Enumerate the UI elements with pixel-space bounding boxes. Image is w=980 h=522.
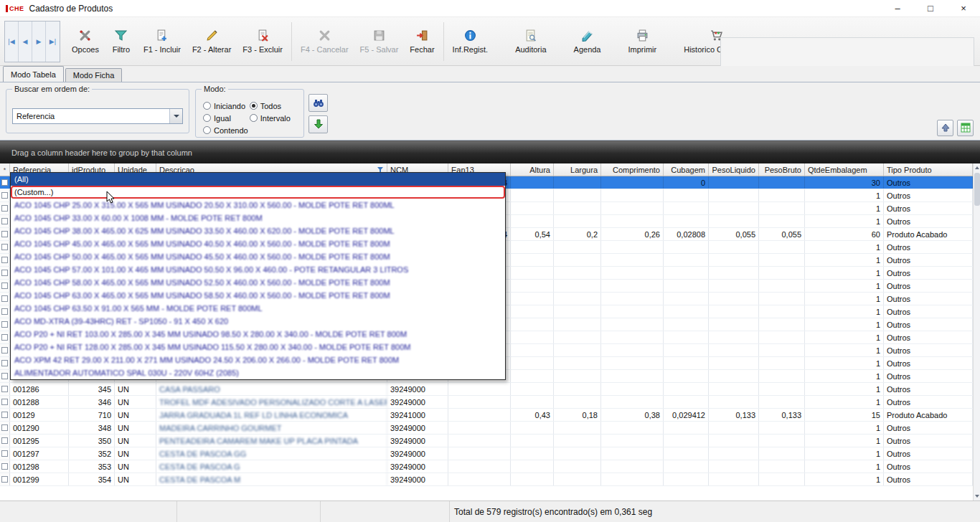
filter-value-item[interactable]: ACO 1045 CHP 38.00 X 465.00 X 625 MM USI… xyxy=(11,224,505,237)
column-header-altura[interactable]: Altura xyxy=(511,163,554,176)
toolbar-button-filtro[interactable]: Filtro xyxy=(105,21,138,62)
row-checkbox-icon[interactable] xyxy=(1,257,8,263)
table-row[interactable]: 001298353UNCESTA DE PASCOA G392490001Out… xyxy=(0,460,973,473)
toolbar-button-fechar[interactable]: Fechar xyxy=(404,21,440,62)
table-row[interactable]: 001297352UNCESTA DE PASCOA GG392490001Ou… xyxy=(0,447,973,460)
cell-cubagem xyxy=(664,473,709,485)
row-checkbox-icon[interactable] xyxy=(1,231,8,237)
cell-pesoliquido xyxy=(709,370,759,382)
row-checkbox-icon[interactable] xyxy=(1,463,8,470)
row-checkbox-icon[interactable] xyxy=(1,270,8,276)
row-checkbox-icon[interactable] xyxy=(1,218,8,224)
table-row[interactable]: 001299354UNCESTA DE PASCOA M392490001Out… xyxy=(0,473,973,486)
toolbar-button-f3-excluir[interactable]: F3 - Excluir xyxy=(237,21,288,62)
scroll-up-icon[interactable] xyxy=(974,163,980,172)
scrollbar-thumb[interactable] xyxy=(974,173,980,206)
table-row[interactable]: 001286345UNCASA PASSARO392490001Outros xyxy=(0,383,973,396)
row-checkbox-icon[interactable] xyxy=(1,386,8,392)
table-row[interactable]: 00129710UNJARRA GRADUADA 1L REF LD LINHA… xyxy=(0,409,973,422)
cell-tipo-produto: Outros xyxy=(884,267,973,279)
toolbar-button-label: Filtro xyxy=(113,45,130,54)
filter-value-item[interactable]: ACO MD-XTRA (39-43HRC) RET - SP1050 - 91… xyxy=(11,315,505,328)
row-checkbox-icon[interactable] xyxy=(1,476,8,483)
column-header-tipo-produto[interactable]: Tipo Produto xyxy=(884,163,973,176)
tab-modo-tabela[interactable]: Modo Tabela xyxy=(3,66,64,82)
row-checkbox-icon[interactable] xyxy=(1,437,8,444)
row-checkbox-icon[interactable] xyxy=(1,179,8,186)
filter-value-item[interactable]: ACO 1045 CHP 63.50 X 91.00 X 565 MM - MO… xyxy=(11,302,505,315)
radio-igual[interactable]: Igual xyxy=(203,112,248,124)
next-record-button[interactable]: ▶ xyxy=(32,22,46,62)
filter-value-item[interactable]: ACO 1045 CHP 25.00 X 315.00 X 565 MM USI… xyxy=(11,199,505,212)
go-down-button[interactable] xyxy=(308,115,328,133)
maximize-icon[interactable]: □ xyxy=(914,0,947,16)
filter-value-item[interactable]: ACO 1045 CHP 57.00 X 101.00 X 465 MM USI… xyxy=(11,263,505,276)
cell-pesobruto xyxy=(759,254,805,266)
row-checkbox-icon[interactable] xyxy=(1,399,8,405)
filter-value-item[interactable]: ACO P20 + NI RET 103.00 X 285.00 X 345 M… xyxy=(11,328,505,341)
previous-record-button[interactable]: ◀ xyxy=(19,22,32,62)
filter-value-item[interactable]: ACO 1045 CHP 58.00 X 465.00 X 565 MM USI… xyxy=(11,276,505,289)
vertical-scrollbar[interactable] xyxy=(973,163,980,500)
cell-comprimento xyxy=(601,344,664,356)
column-header-cubagem[interactable]: Cubagem xyxy=(664,163,709,176)
filter-value-item[interactable]: ACO 1045 CHP 50.00 X 465.00 X 565 MM USI… xyxy=(11,250,505,263)
row-checkbox-icon[interactable] xyxy=(1,373,8,379)
row-checkbox-icon[interactable] xyxy=(1,295,8,302)
column-header-pesoliquido[interactable]: PesoLiquido xyxy=(709,163,759,176)
column-header-pesobruto[interactable]: PesoBruto xyxy=(759,163,805,176)
order-combobox[interactable]: Referencia xyxy=(12,108,183,124)
filter-value-item[interactable]: ACO XPM 42 RET 29.00 X 211.00 X 271 MM U… xyxy=(11,353,505,366)
filter-value-item[interactable]: ALIMENTADOR AUTOMATICO SPAL 030U - 220V … xyxy=(11,366,505,379)
collapse-panel-button[interactable] xyxy=(937,120,953,136)
radio-intervalo[interactable]: Intervalo xyxy=(250,112,291,124)
toolbar-separator xyxy=(291,22,292,61)
chevron-down-icon[interactable] xyxy=(169,109,182,123)
column-header-largura[interactable]: Largura xyxy=(554,163,601,176)
filter-value-item[interactable]: ACO 1045 CHP 33.00 X 60.00 X 1008 MM - M… xyxy=(11,212,505,224)
search-mode-label: Modo: xyxy=(202,85,228,93)
cell-pesobruto xyxy=(759,447,805,460)
close-icon[interactable]: × xyxy=(947,0,980,16)
export-grid-button[interactable] xyxy=(957,120,974,136)
last-record-button[interactable]: ▶| xyxy=(46,22,60,62)
row-checkbox-icon[interactable] xyxy=(1,424,8,431)
filter-value-item[interactable]: ACO 1045 CHP 63.00 X 465.00 X 565 MM USI… xyxy=(11,289,505,302)
filter-option-all[interactable]: (All) xyxy=(11,173,505,186)
filter-value-item[interactable]: ACO P20 + NI RET 128.00 X 285.00 X 345 M… xyxy=(11,341,505,353)
filter-option-custom[interactable]: (Custom...) xyxy=(11,186,505,199)
minimize-icon[interactable]: – xyxy=(881,0,914,16)
table-row[interactable]: 001290348UNMADEIRA CARRINHO GOURMET39249… xyxy=(0,422,973,435)
toolbar-button-auditoria[interactable]: Auditoria xyxy=(509,21,552,62)
radio-iniciando[interactable]: Iniciando xyxy=(203,100,248,112)
toolbar-button-inf-regist[interactable]: Inf.Regist. xyxy=(447,21,494,62)
row-checkbox-icon[interactable] xyxy=(1,205,8,212)
toolbar-button-agenda[interactable]: Agenda xyxy=(568,21,607,62)
row-checkbox-icon[interactable] xyxy=(1,308,8,315)
radio-contendo[interactable]: Contendo xyxy=(203,124,248,136)
toolbar-button-opcoes[interactable]: Opcoes xyxy=(66,21,105,62)
row-checkbox-icon[interactable] xyxy=(1,347,8,353)
toolbar-button-f2-alterar[interactable]: F2 - Alterar xyxy=(187,21,237,62)
row-checkbox-icon[interactable] xyxy=(1,360,8,366)
first-record-button[interactable]: |◀ xyxy=(5,22,19,62)
table-row[interactable]: 001288346UNTROFEL MDF ADESIVADO PERSONAL… xyxy=(0,396,973,409)
row-checkbox-icon[interactable] xyxy=(1,450,8,457)
row-checkbox-icon[interactable] xyxy=(1,334,8,341)
row-checkbox-icon[interactable] xyxy=(1,192,8,199)
tab-modo-ficha[interactable]: Modo Ficha xyxy=(65,68,122,82)
search-button[interactable] xyxy=(308,94,328,112)
row-checkbox-icon[interactable] xyxy=(1,283,8,289)
column-header-qtdeembalagem[interactable]: QtdeEmbalagem xyxy=(805,163,884,176)
scroll-down-icon[interactable] xyxy=(974,492,980,500)
filter-value-item[interactable]: ACO 1045 CHP 45.00 X 465.00 X 565 MM USI… xyxy=(11,237,505,250)
toolbar-button-imprimir[interactable]: Imprimir xyxy=(623,21,663,62)
row-checkbox-icon[interactable] xyxy=(1,244,8,250)
row-checkbox-icon[interactable] xyxy=(1,412,8,418)
column-header-comprimento[interactable]: Comprimento xyxy=(601,163,664,176)
toolbar-button-f1-incluir[interactable]: F1 - Incluir xyxy=(138,21,187,62)
radio-todos[interactable]: Todos xyxy=(250,100,291,112)
row-checkbox-icon[interactable] xyxy=(1,321,8,328)
group-by-panel[interactable]: Drag a column header here to group by th… xyxy=(0,141,980,163)
table-row[interactable]: 001295350UNPENTEADEIRA CAMAREM MAKE UP P… xyxy=(0,435,973,447)
